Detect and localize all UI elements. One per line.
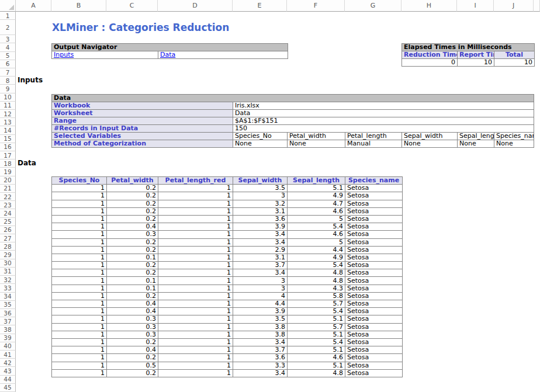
data-cell[interactable]: 5.1: [288, 185, 345, 192]
data-cell[interactable]: 5.1: [288, 362, 345, 369]
row-header-8[interactable]: 8: [0, 77, 16, 85]
data-cell[interactable]: 1: [158, 238, 233, 246]
data-cell[interactable]: 2.9: [233, 246, 288, 254]
data-cell[interactable]: 0.1: [107, 254, 158, 261]
data-cell[interactable]: 5.4: [288, 223, 345, 231]
data-cell[interactable]: 1: [158, 362, 233, 369]
row-header-19[interactable]: 19: [0, 168, 16, 176]
select-all-corner[interactable]: [0, 0, 16, 12]
row-header-4[interactable]: 4: [0, 43, 16, 51]
data-cell[interactable]: 0.2: [107, 238, 158, 246]
row-header-33[interactable]: 33: [0, 284, 16, 292]
column-header-G[interactable]: G: [345, 0, 401, 12]
data-cell[interactable]: 1: [158, 262, 233, 269]
data-cell[interactable]: 1: [158, 331, 233, 338]
row-header-13[interactable]: 13: [0, 118, 16, 126]
row-header-44[interactable]: 44: [0, 376, 16, 384]
row-header-7[interactable]: 7: [0, 68, 16, 77]
data-cell[interactable]: 1: [52, 269, 107, 277]
elapsed-column-header[interactable]: Reduction Time: [402, 51, 458, 59]
row-header-23[interactable]: 23: [0, 201, 16, 209]
inputs-row-value[interactable]: $A$1:$F$151: [233, 117, 534, 125]
data-cell[interactable]: 4.8: [288, 369, 345, 377]
data-cell[interactable]: Setosa: [345, 192, 403, 200]
data-cell[interactable]: 0.2: [107, 369, 158, 377]
row-header-29[interactable]: 29: [0, 251, 16, 259]
row-header-22[interactable]: 22: [0, 193, 16, 201]
data-cell[interactable]: 0.4: [107, 223, 158, 231]
data-cell[interactable]: 0.2: [107, 215, 158, 223]
data-cell[interactable]: 3.9: [233, 223, 288, 231]
data-column-header[interactable]: Sepal_width: [233, 177, 288, 185]
data-cell[interactable]: Setosa: [345, 285, 403, 292]
row-header-41[interactable]: 41: [0, 351, 16, 359]
data-cell[interactable]: 1: [158, 215, 233, 223]
data-cell[interactable]: 3.1: [233, 254, 288, 261]
column-header-E[interactable]: E: [233, 0, 287, 12]
data-cell[interactable]: Setosa: [345, 262, 403, 269]
data-cell[interactable]: 1: [158, 346, 233, 354]
column-header-B[interactable]: B: [51, 0, 106, 12]
data-column-header[interactable]: Sepal_length: [288, 177, 345, 185]
elapsed-value-cell[interactable]: 0: [402, 59, 458, 67]
data-cell[interactable]: 5.4: [288, 308, 345, 315]
data-cell[interactable]: 5.7: [288, 323, 345, 331]
data-cell[interactable]: 0.2: [107, 185, 158, 192]
data-cell[interactable]: 4.9: [288, 192, 345, 200]
data-cell[interactable]: Setosa: [345, 354, 403, 362]
data-cell[interactable]: 0.2: [107, 292, 158, 300]
data-cell[interactable]: 1: [52, 254, 107, 261]
elapsed-column-header[interactable]: Total: [494, 51, 535, 59]
row-header-16[interactable]: 16: [0, 143, 16, 151]
row-header-42[interactable]: 42: [0, 359, 16, 367]
data-cell[interactable]: 1: [158, 369, 233, 377]
data-cell[interactable]: 1: [158, 200, 233, 207]
row-header-9[interactable]: 9: [0, 85, 16, 93]
row-header-45[interactable]: 45: [0, 384, 16, 392]
data-cell[interactable]: 1: [158, 292, 233, 300]
elapsed-value-cell[interactable]: 10: [458, 59, 494, 67]
data-cell[interactable]: 3.4: [233, 269, 288, 277]
data-cell[interactable]: 1: [158, 300, 233, 308]
data-cell[interactable]: 1: [52, 331, 107, 338]
data-cell[interactable]: Setosa: [345, 254, 403, 261]
data-cell[interactable]: 0.2: [107, 200, 158, 207]
data-cell[interactable]: 4.6: [288, 207, 345, 215]
data-cell[interactable]: 1: [52, 231, 107, 238]
row-header-21[interactable]: 21: [0, 185, 16, 193]
column-header-partial[interactable]: [534, 0, 540, 12]
column-header-I[interactable]: I: [457, 0, 494, 12]
data-cell[interactable]: 4.3: [288, 285, 345, 292]
row-header-20[interactable]: 20: [0, 176, 16, 185]
data-cell[interactable]: 5.1: [288, 346, 345, 354]
selected-variables-value-cell[interactable]: Sepal_length: [458, 133, 494, 140]
method-of-categorization-value-cell[interactable]: None: [402, 140, 458, 148]
row-header-10[interactable]: 10: [0, 93, 16, 102]
data-cell[interactable]: 0.3: [107, 231, 158, 238]
data-cell[interactable]: 1: [52, 246, 107, 254]
row-header-6[interactable]: 6: [0, 60, 16, 68]
data-cell[interactable]: 1: [52, 200, 107, 207]
data-cell[interactable]: 4.7: [288, 200, 345, 207]
data-cell[interactable]: 0.2: [107, 207, 158, 215]
row-header-27[interactable]: 27: [0, 234, 16, 242]
data-cell[interactable]: 1: [52, 369, 107, 377]
row-header-31[interactable]: 31: [0, 268, 16, 276]
data-cell[interactable]: 4.4: [288, 246, 345, 254]
elapsed-column-header[interactable]: Report Time: [458, 51, 494, 59]
data-cell[interactable]: Setosa: [345, 315, 403, 323]
data-cell[interactable]: 3: [233, 277, 288, 285]
data-cell[interactable]: 3.1: [233, 207, 288, 215]
data-cell[interactable]: 0.2: [107, 246, 158, 254]
data-cell[interactable]: 0.5: [107, 362, 158, 369]
column-header-H[interactable]: H: [401, 0, 457, 12]
column-header-A[interactable]: A: [16, 0, 51, 12]
row-header-2[interactable]: 2: [0, 20, 16, 35]
row-header-39[interactable]: 39: [0, 334, 16, 342]
data-cell[interactable]: 5.4: [288, 338, 345, 346]
data-cell[interactable]: 1: [52, 192, 107, 200]
data-cell[interactable]: 1: [158, 192, 233, 200]
selected-variables-value-cell[interactable]: Sepal_width: [402, 133, 458, 140]
data-cell[interactable]: Setosa: [345, 308, 403, 315]
data-cell[interactable]: Setosa: [345, 269, 403, 277]
